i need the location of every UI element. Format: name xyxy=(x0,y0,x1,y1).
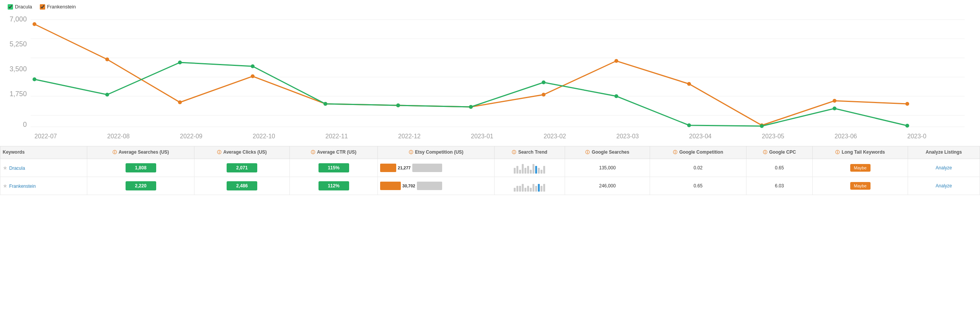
keyword-link[interactable]: Dracula xyxy=(9,166,25,171)
svg-point-33 xyxy=(614,59,618,63)
col-header-avg-clicks: ⓘ Average Clicks (US) xyxy=(194,146,290,159)
svg-point-47 xyxy=(687,123,691,127)
long-tail-cell: Maybe xyxy=(813,159,908,177)
svg-text:2022-09: 2022-09 xyxy=(180,133,203,139)
maybe-button[interactable]: Maybe xyxy=(850,164,871,172)
mini-bar xyxy=(541,186,542,192)
star-icon[interactable]: ★ xyxy=(3,183,8,189)
svg-point-36 xyxy=(833,99,836,103)
svg-text:2022-10: 2022-10 xyxy=(253,133,275,139)
svg-point-39 xyxy=(105,93,109,97)
svg-point-46 xyxy=(614,94,618,98)
avg-ctr-cell: 112% xyxy=(289,177,377,195)
svg-point-37 xyxy=(905,102,909,106)
svg-point-45 xyxy=(542,80,546,84)
competition-gray-bar xyxy=(412,164,442,172)
dracula-label: Dracula xyxy=(15,4,32,10)
maybe-button[interactable]: Maybe xyxy=(850,182,871,190)
svg-point-38 xyxy=(33,77,36,81)
question-icon-long-tail: ⓘ xyxy=(835,150,840,154)
google-searches-value: 246,000 xyxy=(599,183,616,189)
mini-bar xyxy=(538,168,540,174)
mini-bar xyxy=(514,188,516,192)
col-header-search-trend: ⓘ Search Trend xyxy=(495,146,565,159)
google-cpc-cell: 0.65 xyxy=(746,159,812,177)
keyword-link[interactable]: Frankenstein xyxy=(9,184,36,189)
google-searches-cell: 246,000 xyxy=(565,177,650,195)
google-competition-value: 0.02 xyxy=(694,165,702,171)
col-header-keywords: Keywords xyxy=(0,146,87,159)
svg-text:2023-02: 2023-02 xyxy=(544,133,566,139)
svg-text:2022-12: 2022-12 xyxy=(398,133,421,139)
mini-bar xyxy=(538,184,540,192)
competition-value: 21,277 xyxy=(398,166,411,170)
google-competition-value: 0.65 xyxy=(694,183,702,189)
col-header-analyze: Analyze Listings xyxy=(908,146,980,159)
svg-text:2023-06: 2023-06 xyxy=(835,133,857,139)
etsy-competition-cell: 30,702 xyxy=(378,177,495,195)
avg-clicks-bar: 2,071 xyxy=(227,163,257,172)
mini-bar xyxy=(530,170,532,174)
svg-text:1,750: 1,750 xyxy=(10,90,27,98)
col-header-google-searches: ⓘ Google Searches xyxy=(565,146,650,159)
google-cpc-cell: 6.03 xyxy=(746,177,812,195)
frankenstein-checkbox[interactable] xyxy=(40,4,45,10)
search-trend-cell xyxy=(495,159,565,177)
avg-searches-cell: 2,220 xyxy=(87,177,194,195)
competition-orange-bar xyxy=(380,164,396,172)
svg-text:2022-07: 2022-07 xyxy=(34,133,57,139)
svg-point-49 xyxy=(833,107,836,110)
mini-bar xyxy=(532,164,534,174)
google-competition-cell: 0.65 xyxy=(650,177,746,195)
long-tail-cell: Maybe xyxy=(813,177,908,195)
svg-point-40 xyxy=(178,61,182,64)
keyword-cell: ★Frankenstein xyxy=(0,177,87,195)
svg-point-50 xyxy=(905,124,909,128)
svg-point-43 xyxy=(396,103,400,107)
mini-bar xyxy=(535,166,537,174)
col-header-google-cpc: ⓘ Google CPC xyxy=(746,146,812,159)
question-icon-google-comp: ⓘ xyxy=(673,150,677,154)
dracula-checkbox[interactable] xyxy=(8,4,13,10)
analyze-link[interactable]: Analyze xyxy=(936,165,952,171)
keyword-cell: ★Dracula xyxy=(0,159,87,177)
google-searches-value: 135,000 xyxy=(599,165,616,171)
svg-point-48 xyxy=(760,124,764,128)
mini-bar xyxy=(530,188,532,192)
question-icon-clicks: ⓘ xyxy=(217,150,221,154)
svg-point-44 xyxy=(469,105,473,109)
svg-point-32 xyxy=(542,93,546,97)
frankenstein-label: Frankenstein xyxy=(47,4,76,10)
avg-clicks-cell: 2,071 xyxy=(194,159,290,177)
analyze-listings-cell: Analyze xyxy=(908,159,980,177)
competition-bar: 21,277 xyxy=(380,164,492,172)
question-icon-searches: ⓘ xyxy=(113,150,117,154)
svg-text:2023-01: 2023-01 xyxy=(471,133,493,139)
svg-point-34 xyxy=(687,82,691,86)
avg-ctr-bar: 112% xyxy=(318,181,349,190)
star-icon[interactable]: ★ xyxy=(3,165,8,171)
keywords-table: Keywords ⓘ Average Searches (US) ⓘ Avera… xyxy=(0,146,980,195)
mini-bar xyxy=(516,166,518,174)
svg-point-41 xyxy=(251,64,255,68)
avg-searches-bar: 1,808 xyxy=(126,163,156,172)
competition-bar: 30,702 xyxy=(380,182,492,190)
col-header-etsy-competition: ⓘ Etsy Competition (US) xyxy=(378,146,495,159)
mini-bar-chart xyxy=(497,162,562,174)
mini-bar xyxy=(524,168,526,174)
table-header-row: Keywords ⓘ Average Searches (US) ⓘ Avera… xyxy=(0,146,980,159)
competition-value: 30,702 xyxy=(402,184,415,188)
table-row: ★Dracula1,8082,071115% 21,277 135,0000.0… xyxy=(0,159,980,177)
svg-text:7,000: 7,000 xyxy=(10,15,27,23)
chart-container: Dracula Frankenstein 7,000 5,250 3,500 1… xyxy=(0,0,980,142)
competition-gray-bar xyxy=(417,182,442,190)
avg-searches-cell: 1,808 xyxy=(87,159,194,177)
search-trend-cell xyxy=(495,177,565,195)
mini-bar xyxy=(532,184,534,192)
mini-bar xyxy=(524,188,526,192)
svg-point-27 xyxy=(178,100,182,104)
mini-bar xyxy=(527,186,529,192)
svg-text:2022-11: 2022-11 xyxy=(325,133,348,139)
svg-text:3,500: 3,500 xyxy=(10,65,27,73)
analyze-link[interactable]: Analyze xyxy=(936,183,952,189)
